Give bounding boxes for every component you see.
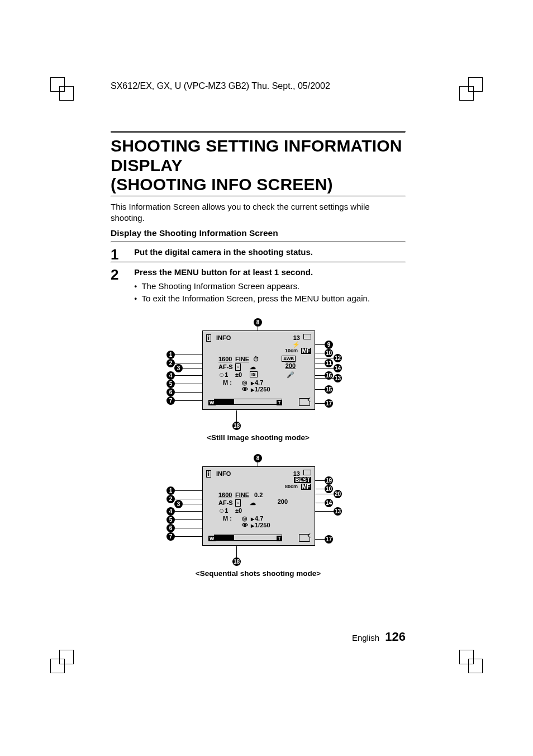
crop-mark: [59, 86, 74, 101]
aperture-value: 4.7: [251, 379, 263, 386]
page-title: SHOOTING SETTING INFORMATION DISPLAY (SH…: [111, 136, 406, 195]
mic-icon: 🎤: [287, 371, 294, 379]
callout-9: 9: [325, 341, 333, 349]
focus-distance: 10cm: [285, 348, 298, 353]
leader-line: [175, 392, 202, 393]
cloud-icon: ☁: [250, 363, 256, 371]
leader-line: [313, 480, 325, 481]
leader-line: [313, 368, 334, 368]
leader-line: [313, 494, 334, 494]
exposure-mode: M :: [223, 515, 232, 522]
info-icon: i: [206, 470, 211, 478]
info-label: INFO: [216, 334, 231, 341]
iso-value: 200: [285, 362, 296, 369]
leader-line: [175, 519, 202, 520]
callout-1: 1: [166, 351, 175, 359]
callout-6: 6: [166, 388, 175, 396]
seq-icon: [303, 470, 311, 475]
callout-20: 20: [334, 490, 342, 498]
quality: FINE: [235, 356, 249, 362]
exposure-mode: M :: [223, 379, 232, 386]
leader-line: [313, 353, 325, 353]
rule: [111, 196, 406, 197]
best-label: BEST: [294, 477, 311, 483]
leader-line: [236, 410, 237, 422]
zoom-bar: [214, 399, 282, 405]
crop-mark: [59, 650, 74, 664]
rule: [111, 131, 406, 133]
callout-15: 15: [325, 385, 333, 394]
callout-14: 14: [334, 364, 342, 372]
leader-line: [313, 511, 334, 512]
leader-line: [183, 368, 202, 368]
shutter-value: 1/250: [251, 386, 270, 393]
wb-icon: AWB: [282, 356, 296, 362]
resolution: 1600: [218, 356, 232, 362]
leader-line: [175, 511, 202, 512]
step-2: 2 Press the MENU button for at least 1 s…: [111, 267, 406, 310]
callout-4: 4: [166, 371, 175, 380]
leader-line: [313, 539, 325, 540]
leader-line: [175, 400, 202, 401]
title-line: (SHOOTING INFO SCREEN): [111, 175, 333, 193]
is-icon: IS: [250, 371, 258, 377]
iso-value: 200: [278, 498, 288, 505]
remaining-shots: 13: [293, 470, 300, 477]
callout-1: 1: [166, 486, 175, 495]
info-screen: i INFO 13 BEST 80cm MF 1600 FINE 0.2 AF-…: [202, 466, 315, 546]
callout-13: 13: [334, 507, 342, 516]
step-number: 1: [111, 247, 124, 262]
shutter-icon: 👁: [242, 386, 248, 393]
callout-10: 10: [325, 485, 333, 493]
step-bullet: To exit the Information Screen, press th…: [134, 292, 406, 305]
callout-11: 11: [325, 359, 333, 367]
shutter-value: 1/250: [251, 522, 270, 528]
zoom-t: T: [277, 400, 282, 405]
leader-line: [313, 363, 325, 363]
card-icon: [299, 534, 310, 542]
battery-icon: [303, 334, 311, 339]
info-label: INFO: [216, 470, 231, 477]
focus-distance: 80cm: [285, 484, 298, 489]
footer-page-number: 126: [382, 630, 406, 644]
section-subhead: Display the Shooting Information Screen: [111, 228, 406, 238]
diagram-sequential: 8 1 2 3 4 5 6 7 19 10 20 14 13: [166, 454, 350, 566]
ev-value: ±0: [235, 507, 242, 514]
info-icon: i: [206, 334, 211, 342]
remaining-shots: 13: [293, 334, 300, 341]
step-1: 1 Put the digital camera in the shooting…: [111, 247, 406, 262]
af-mode: AF-S: [218, 499, 233, 506]
leader-line: [313, 389, 325, 390]
callout-7: 7: [166, 532, 175, 541]
focus-mode: MF: [301, 484, 311, 490]
callout-12: 12: [334, 354, 342, 362]
crop-mark: [459, 650, 474, 664]
zoom-bar: [214, 535, 282, 541]
callout-14: 14: [325, 499, 333, 507]
callout-5: 5: [166, 516, 175, 524]
footer-language: English: [352, 633, 379, 642]
callout-6: 6: [166, 524, 175, 532]
crop-mark: [459, 86, 474, 101]
diagram-still: 8 1 2 3 4 5 6 7 9 10 12 11 1: [166, 318, 350, 430]
selftimer: ☺1: [218, 507, 228, 514]
page-header: SX612/EX, GX, U (VPC-MZ3 GB2) Thu. Sept.…: [111, 81, 330, 91]
callout-2: 2: [166, 359, 175, 367]
leader-line: [183, 504, 202, 504]
callout-19: 19: [325, 476, 333, 485]
callout-18: 18: [232, 422, 241, 430]
leader-line: [313, 375, 325, 376]
leader-line: [313, 358, 334, 358]
callout-2: 2: [166, 495, 175, 503]
callout-5: 5: [166, 380, 175, 388]
metering-icon: ▫: [235, 363, 241, 371]
af-mode: AF-S: [218, 363, 233, 370]
leader-line: [175, 355, 202, 355]
ev-value: ±0: [235, 371, 242, 378]
selftimer: ☺1: [218, 371, 228, 378]
callout-4: 4: [166, 507, 175, 516]
leader-line: [175, 499, 202, 499]
callout-17: 17: [325, 535, 333, 544]
callout-18: 18: [232, 557, 241, 566]
intro-text: This Information Screen allows you to ch…: [111, 201, 406, 224]
